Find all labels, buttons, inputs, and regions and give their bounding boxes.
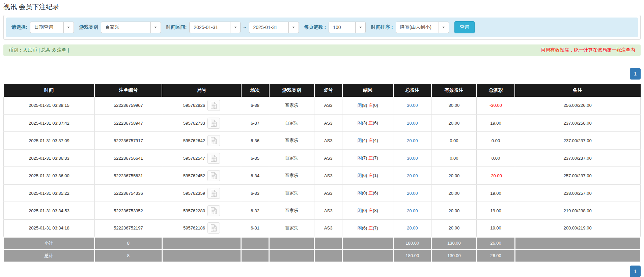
cell-game-type: 百家乐 — [269, 114, 314, 132]
date-to-select[interactable]: 2025-01-31 — [249, 22, 299, 33]
cell-time: 2025-01-31 03:37:42 — [4, 114, 95, 132]
banker-count: (1) — [373, 173, 378, 178]
cell-time: 2025-01-31 03:34:18 — [4, 219, 95, 237]
video-replay-button[interactable] — [207, 170, 220, 181]
total-bet-link[interactable]: 20.00 — [407, 173, 418, 178]
video-replay-button[interactable] — [207, 135, 220, 146]
page-size-select[interactable]: 100 — [329, 22, 366, 33]
video-replay-button[interactable] — [207, 118, 220, 129]
total-bet-link[interactable]: 20.00 — [407, 225, 418, 230]
cell-result: 闲(4) 庄(4) — [342, 132, 393, 149]
date-range-separator: ~ — [243, 25, 246, 30]
player-result: 闲 — [357, 103, 362, 108]
player-result: 闲 — [357, 208, 362, 213]
col-header-round-id: 局号 — [162, 84, 241, 97]
player-result: 闲 — [357, 190, 362, 195]
video-file-icon — [211, 137, 217, 145]
game-type-label: 游戏类别 — [79, 24, 98, 30]
search-button[interactable]: 查询 — [454, 21, 475, 33]
total-bet-link[interactable]: 20.00 — [407, 208, 418, 213]
video-replay-button[interactable] — [207, 153, 220, 164]
total-bet-link[interactable]: 30.00 — [407, 156, 418, 161]
total-bet-link[interactable]: 20.00 — [407, 121, 418, 126]
banker-count: (6) — [373, 190, 378, 195]
cell-payout: 0.00 — [477, 149, 515, 167]
video-file-icon — [211, 154, 217, 162]
game-type-select[interactable]: 百家乐 — [101, 22, 161, 33]
cell-total-bet: 20.00 — [393, 219, 431, 237]
chevron-down-icon — [230, 22, 240, 33]
cell-bet-id: 522236756641 — [94, 149, 162, 167]
sort-value: 降幂(由大到小) — [396, 22, 439, 33]
table-row: 2025-01-31 03:37:09 522236757917 5957626… — [4, 132, 641, 149]
cell-game-type: 百家乐 — [269, 149, 314, 167]
game-type-value: 百家乐 — [101, 22, 150, 33]
round-id-text: 595762452 — [183, 173, 205, 178]
subtotal-label: 小计 — [4, 237, 95, 249]
player-count: (0) — [362, 208, 367, 213]
cell-result: 闲(7) 庄(7) — [342, 149, 393, 167]
cell-remark: 237.00/237.00 — [515, 132, 640, 149]
cell-time: 2025-01-31 03:38:15 — [4, 97, 95, 114]
summary-bar: 币别：人民币 | 总共 :8 注单 | 同局有效投注，统一计算在该局第一张注单内 — [3, 44, 641, 56]
round-id-text: 595762547 — [183, 156, 205, 161]
cell-table-no: AS3 — [314, 167, 342, 184]
cell-bet-id: 522236752197 — [94, 219, 162, 237]
page-1-button-bottom[interactable]: 1 — [630, 266, 641, 277]
page-1-button[interactable]: 1 — [630, 68, 641, 80]
cell-round-id: 595762733 — [162, 114, 241, 132]
col-header-total-bet: 总投注 — [393, 84, 431, 97]
query-type-select[interactable]: 日期查询 — [30, 22, 74, 33]
video-replay-button[interactable] — [207, 205, 220, 216]
cell-round-id: 595762452 — [162, 167, 241, 184]
cell-valid-bet: 30.00 — [431, 97, 477, 114]
video-file-icon — [211, 189, 217, 197]
player-result: 闲 — [357, 225, 362, 230]
cell-session: 6-34 — [241, 167, 269, 184]
sort-select[interactable]: 降幂(由大到小) — [396, 22, 449, 33]
cell-round-id: 595762186 — [162, 219, 241, 237]
cell-total-bet: 20.00 — [393, 167, 431, 184]
video-file-icon — [211, 101, 217, 109]
cell-remark: 256.00/226.00 — [515, 97, 640, 114]
cell-valid-bet: 0.00 — [431, 132, 477, 149]
video-replay-button[interactable] — [207, 100, 220, 111]
page-size-value: 100 — [329, 22, 355, 33]
cell-time: 2025-01-31 03:36:33 — [4, 149, 95, 167]
col-header-valid-bet: 有效投注 — [431, 84, 477, 97]
cell-time: 2025-01-31 03:34:53 — [4, 202, 95, 219]
cell-game-type: 百家乐 — [269, 184, 314, 202]
col-header-session: 场次 — [241, 84, 269, 97]
cell-payout: 19.00 — [477, 202, 515, 219]
cell-session: 6-33 — [241, 184, 269, 202]
time-range-label: 时间区间: — [166, 24, 187, 30]
table-body: 2025-01-31 03:38:15 522236759967 5957628… — [4, 97, 641, 237]
total-bet-link[interactable]: 20.00 — [407, 138, 418, 143]
total-bet-link[interactable]: 20.00 — [407, 191, 418, 196]
video-replay-button[interactable] — [207, 222, 220, 234]
cell-result: 闲(6) 庄(7) — [342, 219, 393, 237]
subtotal-valid-bet: 130.00 — [431, 237, 477, 249]
video-replay-button[interactable] — [207, 188, 220, 199]
banker-result: 庄 — [368, 120, 373, 125]
page-root: 视讯 会员下注纪录 请选择: 日期查询 游戏类别 百家乐 时间区间: 2025-… — [0, 2, 644, 277]
currency-summary-text: 币别：人民币 | 总共 :8 注单 | — [9, 47, 69, 53]
banker-count: (0) — [373, 103, 378, 108]
valid-bet-note: 同局有效投注，统一计算在该局第一张注单内 — [541, 47, 635, 53]
cell-result: 闲(8) 庄(0) — [342, 97, 393, 114]
total-bet-link[interactable]: 30.00 — [407, 103, 418, 108]
cell-game-type: 百家乐 — [269, 202, 314, 219]
cell-payout: -20.00 — [477, 167, 515, 184]
banker-count: (6) — [373, 120, 378, 125]
table-row: 2025-01-31 03:34:18 522236752197 5957621… — [4, 219, 641, 237]
banker-result: 庄 — [368, 103, 373, 108]
date-from-select[interactable]: 2025-01-31 — [189, 22, 241, 33]
total-count: 8 — [94, 249, 162, 262]
cell-game-type: 百家乐 — [269, 219, 314, 237]
player-count: (3) — [362, 120, 367, 125]
cell-table-no: AS3 — [314, 202, 342, 219]
records-table: 时间 注单编号 局号 场次 游戏类别 桌号 结果 总投注 有效投注 总派彩 备注… — [3, 84, 641, 262]
cell-result: 闲(6) 庄(1) — [342, 167, 393, 184]
cell-total-bet: 20.00 — [393, 202, 431, 219]
subtotal-total-bet: 180.00 — [393, 237, 431, 249]
